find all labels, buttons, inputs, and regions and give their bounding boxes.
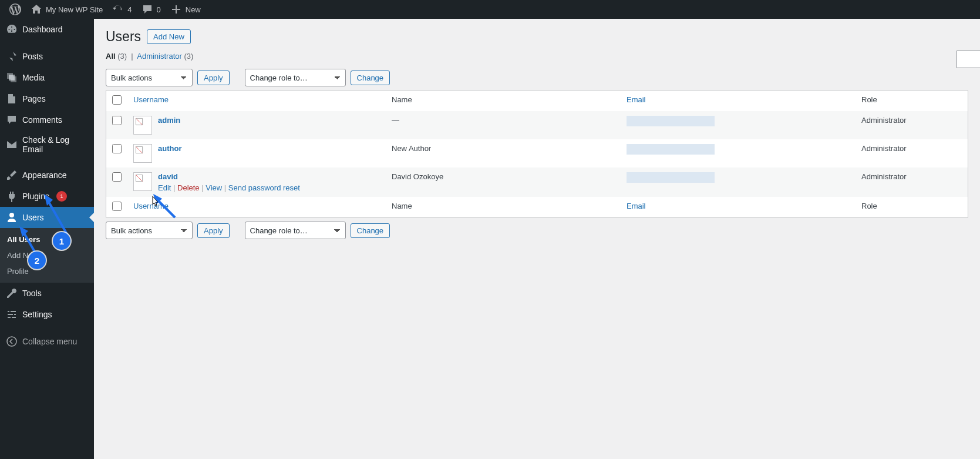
svg-point-0 xyxy=(7,337,16,346)
collapse-icon xyxy=(6,336,18,347)
svg-line-3 xyxy=(23,232,35,253)
sidebar-item-pages[interactable]: Pages xyxy=(0,88,94,109)
sidebar-label: Tools xyxy=(22,289,42,298)
broken-image-icon xyxy=(135,118,143,126)
row-delete[interactable]: Delete xyxy=(177,183,200,192)
email-redacted xyxy=(627,144,715,155)
name-cell: — xyxy=(386,111,621,139)
filter-all[interactable]: All xyxy=(106,52,116,61)
svg-marker-2 xyxy=(44,194,53,206)
new-content[interactable]: New xyxy=(166,0,206,19)
apply-button[interactable]: Apply xyxy=(197,71,230,85)
sidebar-item-check-email[interactable]: Check & Log Email xyxy=(0,130,94,159)
sidebar-item-dashboard[interactable]: Dashboard xyxy=(0,19,94,40)
admin-bar: My New WP Site 4 0 New xyxy=(0,0,980,19)
collapse-label: Collapse menu xyxy=(22,337,77,346)
sidebar-item-media[interactable]: Media xyxy=(0,67,94,88)
users-table: Username Name Email Role admin — Adminis… xyxy=(106,90,968,218)
row-checkbox[interactable] xyxy=(112,144,122,153)
wordpress-icon xyxy=(9,4,21,15)
username-link[interactable]: david xyxy=(158,172,178,181)
avatar xyxy=(133,144,152,163)
name-cell: David Ozokoye xyxy=(386,167,621,197)
user-icon xyxy=(6,212,18,223)
add-new-button[interactable]: Add New xyxy=(147,29,191,44)
email-redacted xyxy=(627,116,715,126)
row-actions: Edit | Delete | View | Send password res… xyxy=(158,183,300,192)
row-checkbox[interactable] xyxy=(112,172,122,182)
sidebar-item-tools[interactable]: Tools xyxy=(0,283,94,304)
row-edit[interactable]: Edit xyxy=(158,183,171,192)
filter-all-count: (3) xyxy=(117,52,127,61)
sidebar-label: Settings xyxy=(22,310,52,319)
select-all-top[interactable] xyxy=(112,95,122,105)
select-all-bottom[interactable] xyxy=(112,202,122,211)
change-button-bottom[interactable]: Change xyxy=(351,223,390,238)
avatar xyxy=(133,172,152,191)
row-view[interactable]: View xyxy=(206,183,222,192)
col-email-foot[interactable]: Email xyxy=(627,202,646,210)
page-icon xyxy=(6,93,18,105)
site-name-label: My New WP Site xyxy=(46,5,103,14)
col-name: Name xyxy=(386,91,621,111)
row-send-reset[interactable]: Send password reset xyxy=(228,183,300,192)
site-name[interactable]: My New WP Site xyxy=(26,0,107,19)
sidebar-label: Pages xyxy=(22,94,46,103)
sidebar-label: Media xyxy=(22,73,45,82)
comments-notif[interactable]: 0 xyxy=(137,0,166,19)
sidebar-item-posts[interactable]: Posts xyxy=(0,46,94,67)
change-role-select[interactable]: Change role to… xyxy=(245,69,346,86)
tablenav-bottom: Bulk actions Apply Change role to… Chang… xyxy=(106,218,968,243)
filter-links: All (3) | Administrator (3) xyxy=(106,52,968,61)
username-link[interactable]: author xyxy=(158,144,181,153)
page-title: Users xyxy=(106,29,141,45)
table-row: david Edit | Delete | View | Send passwo… xyxy=(106,167,968,197)
submenu-profile[interactable]: Profile xyxy=(0,263,94,279)
search-input[interactable] xyxy=(957,51,980,68)
sidebar-label: Check & Log Email xyxy=(22,135,88,154)
bulk-actions-select[interactable]: Bulk actions xyxy=(106,69,193,86)
filter-admin[interactable]: Administrator xyxy=(137,52,182,61)
tablenav-top: Bulk actions Apply Change role to… Chang… xyxy=(106,65,968,90)
avatar xyxy=(133,116,152,135)
annotation-badge-2: 2 xyxy=(28,252,46,269)
broken-image-icon xyxy=(135,146,143,154)
row-checkbox[interactable] xyxy=(112,116,122,125)
name-cell: New Author xyxy=(386,139,621,167)
email-redacted xyxy=(627,172,715,183)
username-link[interactable]: admin xyxy=(158,116,180,125)
media-icon xyxy=(6,72,18,83)
sidebar-item-settings[interactable]: Settings xyxy=(0,304,94,325)
bulk-actions-select-bottom[interactable]: Bulk actions xyxy=(106,222,193,239)
sidebar-label: Posts xyxy=(22,52,43,61)
col-role: Role xyxy=(856,91,968,111)
col-email[interactable]: Email xyxy=(627,95,646,104)
updates[interactable]: 4 xyxy=(107,0,136,19)
col-username[interactable]: Username xyxy=(133,95,169,104)
sidebar-item-comments[interactable]: Comments xyxy=(0,109,94,130)
broken-image-icon xyxy=(135,174,143,182)
home-icon xyxy=(31,4,42,15)
submenu-add-new[interactable]: Add New xyxy=(0,247,94,263)
svg-line-1 xyxy=(48,201,68,235)
col-name-foot: Name xyxy=(386,197,621,217)
comment-icon xyxy=(142,4,153,15)
table-row: author New Author Administrator xyxy=(106,139,968,167)
cursor-icon xyxy=(150,196,160,207)
pin-icon xyxy=(6,51,18,62)
brush-icon xyxy=(6,169,18,181)
wp-logo[interactable] xyxy=(5,0,26,19)
change-button[interactable]: Change xyxy=(351,71,390,85)
sidebar-item-appearance[interactable]: Appearance xyxy=(0,165,94,186)
svg-line-5 xyxy=(157,200,175,217)
updates-count: 4 xyxy=(127,5,132,14)
refresh-icon xyxy=(112,4,124,15)
apply-button-bottom[interactable]: Apply xyxy=(197,223,230,238)
plus-icon xyxy=(170,4,182,15)
collapse-menu[interactable]: Collapse menu xyxy=(0,331,94,352)
sidebar-label: Appearance xyxy=(22,170,67,180)
table-row: admin — Administrator xyxy=(106,111,968,139)
filter-admin-count: (3) xyxy=(184,52,193,61)
change-role-select-bottom[interactable]: Change role to… xyxy=(245,222,346,239)
annotation-badge-1: 1 xyxy=(53,232,70,250)
